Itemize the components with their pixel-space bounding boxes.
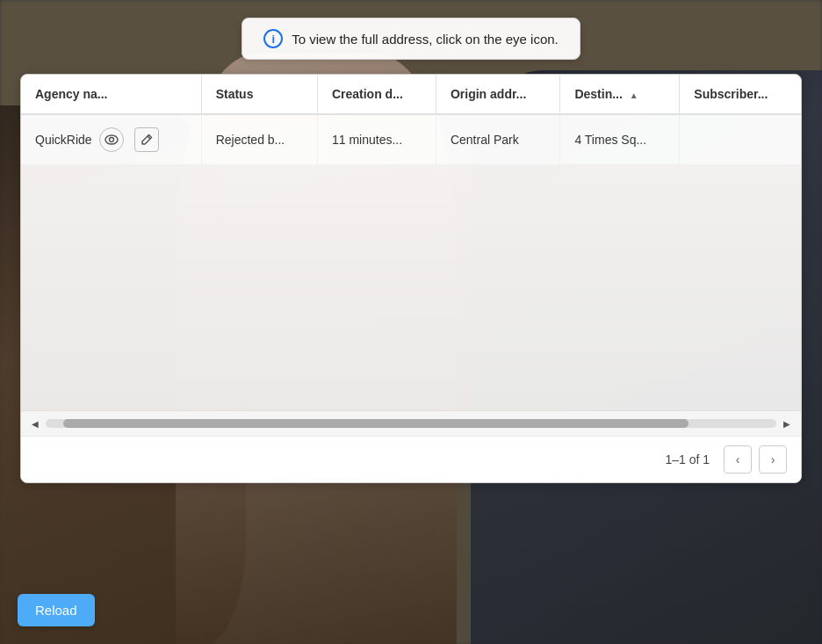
data-table: Agency na... Status Creation d... Origin… bbox=[21, 75, 801, 164]
sort-asc-icon: ▲ bbox=[630, 90, 638, 100]
col-origin-addr[interactable]: Origin addr... bbox=[436, 75, 559, 114]
col-agency-name[interactable]: Agency na... bbox=[21, 75, 201, 114]
edit-icon[interactable] bbox=[134, 127, 159, 152]
horizontal-scrollbar-area: ◀ ▶ bbox=[21, 410, 801, 436]
info-banner: i To view the full address, click on the… bbox=[242, 18, 580, 60]
svg-point-1 bbox=[109, 138, 113, 142]
scrollbar-track[interactable] bbox=[46, 419, 776, 428]
col-status[interactable]: Status bbox=[201, 75, 317, 114]
cell-origin-addr: Central Park bbox=[436, 114, 559, 164]
empty-rows bbox=[21, 164, 801, 410]
svg-point-0 bbox=[105, 135, 118, 144]
col-destination[interactable]: Destin... ▲ bbox=[560, 75, 680, 114]
scroll-left-arrow[interactable]: ◀ bbox=[28, 416, 42, 431]
table-header-row: Agency na... Status Creation d... Origin… bbox=[21, 75, 801, 114]
pagination-info: 1–1 of 1 bbox=[665, 452, 710, 467]
pagination-area: 1–1 of 1 ‹ › bbox=[21, 436, 801, 482]
cell-subscriber bbox=[680, 114, 801, 164]
table-container: Agency na... Status Creation d... Origin… bbox=[20, 74, 802, 483]
info-banner-text: To view the full address, click on the e… bbox=[292, 32, 559, 47]
pagination-next-button[interactable]: › bbox=[759, 445, 787, 474]
col-subscriber[interactable]: Subscriber... bbox=[680, 75, 801, 114]
cell-destination: 4 Times Sq... bbox=[560, 114, 680, 164]
col-creation-date[interactable]: Creation d... bbox=[317, 75, 436, 114]
scroll-right-arrow[interactable]: ▶ bbox=[780, 416, 794, 431]
reload-button[interactable]: Reload bbox=[18, 594, 95, 626]
action-icons bbox=[99, 127, 159, 152]
table-row: QuickRide bbox=[21, 114, 801, 164]
pagination-prev-button[interactable]: ‹ bbox=[724, 445, 752, 474]
cell-agency-name: QuickRide bbox=[21, 114, 201, 164]
scrollbar-thumb[interactable] bbox=[63, 419, 689, 428]
cell-status: Rejected b... bbox=[201, 114, 317, 164]
cell-creation-date: 11 minutes... bbox=[317, 114, 436, 164]
view-icon[interactable] bbox=[99, 127, 124, 152]
main-content: i To view the full address, click on the… bbox=[0, 0, 822, 644]
info-icon: i bbox=[263, 29, 283, 48]
